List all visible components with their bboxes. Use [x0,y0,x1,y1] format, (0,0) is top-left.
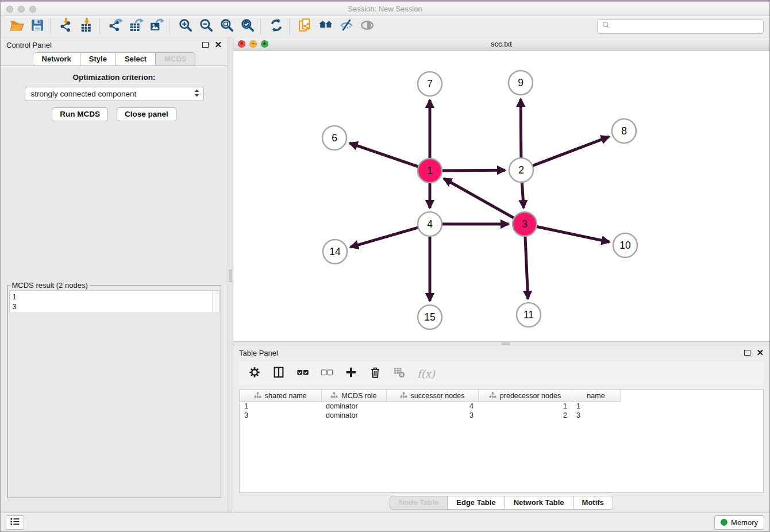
node-3[interactable]: 3 [513,212,537,236]
mcds-buttons: Run MCDS Close panel [52,107,176,121]
node-7[interactable]: 7 [418,72,442,96]
column-header-name[interactable]: name [572,390,620,402]
tab-network-table[interactable]: Network Table [505,496,573,510]
edge-1-6[interactable] [349,143,419,167]
table-cell[interactable]: 3 [572,411,620,420]
vertical-splitter[interactable] [228,37,233,512]
node-8[interactable]: 8 [612,119,636,143]
table-row[interactable]: 1dominator411 [240,402,620,411]
edge-2-8[interactable] [531,137,609,167]
run-mcds-button[interactable]: Run MCDS [52,107,108,121]
node-14[interactable]: 14 [323,240,347,264]
open-session-button[interactable] [6,18,27,35]
delete-column-button[interactable] [369,366,382,381]
import-network-button[interactable] [56,18,76,35]
edge-2-9[interactable] [521,99,521,160]
hide-selected-icon [339,18,354,35]
edge-1-2[interactable] [440,170,505,171]
table-cell[interactable]: 3 [240,411,321,420]
edge-4-14[interactable] [351,227,420,247]
zoom-out-button[interactable] [196,18,217,35]
column-header-MCDS-role[interactable]: MCDS role [321,390,386,402]
table-row[interactable]: 3dominator323 [240,411,620,420]
vertical-splitter-handle[interactable] [229,269,232,282]
column-header-successor-nodes[interactable]: successor nodes [386,390,478,402]
network-canvas[interactable]: 7968124314101511 [233,51,769,341]
column-header-predecessor-nodes[interactable]: predecessor nodes [478,390,572,402]
hide-selected-button[interactable] [336,18,357,35]
tab-select[interactable]: Select [116,52,156,66]
network-frame-titlebar[interactable]: × − + scc.txt [233,37,769,51]
zoom-fit-button[interactable] [217,18,237,35]
tab-motifs[interactable]: Motifs [573,496,613,510]
table-cell[interactable]: dominator [321,411,386,420]
node-4[interactable]: 4 [418,212,442,236]
task-history-button[interactable] [6,515,24,530]
zoom-in-button[interactable] [175,18,196,35]
node-2[interactable]: 2 [509,158,533,182]
node-9[interactable]: 9 [509,71,533,95]
node-label: 6 [332,132,337,144]
edge-3-10[interactable] [535,226,610,242]
edge-2-3[interactable] [522,180,523,208]
mcds-result-list[interactable]: 13 [9,290,220,313]
deselect-all-checkbox-button[interactable] [321,366,333,381]
column-header-shared-name[interactable]: shared name [240,390,321,402]
tab-style[interactable]: Style [80,52,116,66]
result-scrollbar[interactable] [212,291,219,313]
result-item[interactable]: 3 [13,302,216,311]
horizontal-splitter[interactable] [233,341,769,345]
window-titlebar: Session: New Session [1,1,769,16]
table-cell[interactable]: 3 [386,411,478,420]
export-network-icon [108,18,123,35]
node-label: 9 [518,77,523,88]
close-table-panel-icon[interactable]: ✕ [756,350,764,356]
optimization-criterion-select[interactable]: strongly connected component [25,87,204,101]
tab-mcds[interactable]: MCDS [155,52,195,66]
close-mcds-panel-button[interactable]: Close panel [117,107,176,121]
float-panel-icon[interactable] [202,42,209,48]
memory-button[interactable]: Memory [714,515,764,530]
export-network-button[interactable] [105,18,126,35]
table-cell[interactable]: 1 [478,402,572,411]
node-15[interactable]: 15 [418,305,442,329]
float-table-panel-icon[interactable] [744,350,750,356]
first-neighbors-button[interactable] [315,18,336,35]
table-cell[interactable]: 1 [240,402,321,411]
node-6[interactable]: 6 [322,126,346,150]
horizontal-splitter-handle[interactable] [502,342,510,345]
export-image-button[interactable] [147,18,167,35]
table-cell[interactable]: dominator [321,402,386,411]
export-table-button[interactable] [126,18,147,35]
table-cell[interactable]: 2 [478,411,572,420]
search-box[interactable] [597,20,764,34]
table-cell[interactable]: 1 [572,402,620,411]
delete-table-icon [393,366,406,381]
import-table-button[interactable] [76,18,97,35]
export-image-icon [149,18,164,35]
search-icon [602,21,611,33]
node-1[interactable]: 1 [418,159,442,183]
tab-network[interactable]: Network [33,52,80,66]
apply-layout-button[interactable] [266,18,287,35]
search-input[interactable] [614,22,759,31]
zoom-out-icon [199,18,214,35]
tree-icon [254,392,261,400]
node-11[interactable]: 11 [517,303,541,327]
edge-3-11[interactable] [525,234,528,299]
close-panel-icon[interactable]: ✕ [214,42,222,48]
clone-network-button[interactable] [295,18,315,35]
edge-3-1[interactable] [444,179,515,219]
select-all-checkbox-button[interactable] [297,366,309,381]
table-panel-header: Table Panel ✕ [233,345,769,360]
column-view-button[interactable] [272,366,285,381]
gear-button[interactable] [248,366,261,381]
save-session-button[interactable] [27,18,48,35]
table-cell[interactable]: 4 [386,402,478,411]
tab-node-table[interactable]: Node Table [390,496,448,510]
tab-edge-table[interactable]: Edge Table [447,496,505,510]
add-column-button[interactable] [345,366,357,381]
result-item[interactable]: 1 [13,292,216,302]
zoom-selected-button[interactable] [237,18,258,35]
node-10[interactable]: 10 [613,233,637,257]
